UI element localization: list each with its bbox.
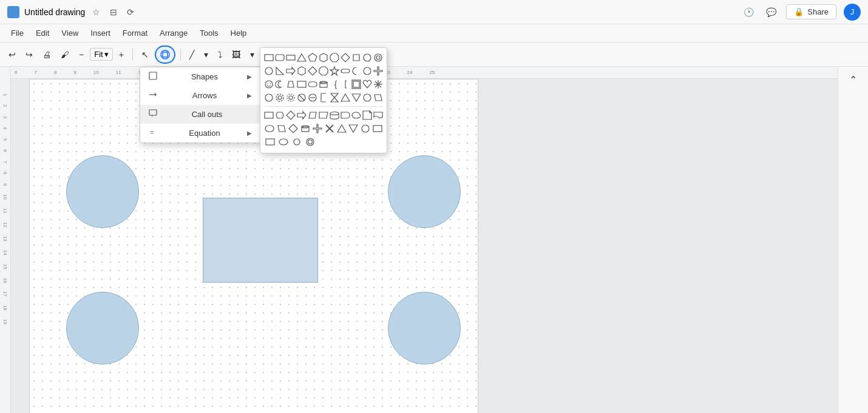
shape-diamond[interactable] xyxy=(341,52,350,64)
shape-hexagon[interactable] xyxy=(319,52,328,64)
undo-button[interactable]: ↩ xyxy=(5,47,19,62)
shape-rectangle[interactable] xyxy=(264,52,274,64)
shape-trapezoid[interactable] xyxy=(286,78,296,90)
image-button[interactable]: 🖼 xyxy=(228,47,244,62)
shape-right-arrow-shape[interactable] xyxy=(286,65,296,77)
menu-item-shapes[interactable]: Shapes ▶ xyxy=(140,67,260,86)
shape-flowchart-note[interactable] xyxy=(362,109,372,121)
menu-tools[interactable]: Tools xyxy=(194,26,224,40)
shape-hourglass[interactable] xyxy=(330,92,339,104)
shape-forbidden[interactable] xyxy=(308,92,317,104)
shape-smiley[interactable] xyxy=(264,78,274,90)
shape-down-triangle[interactable] xyxy=(351,92,361,104)
zoom-out-button[interactable]: − xyxy=(75,47,87,62)
shape-flowchart-arrow[interactable] xyxy=(297,109,307,121)
menu-insert[interactable]: Insert xyxy=(84,26,117,40)
paint-format-button[interactable]: 🖌 xyxy=(57,47,73,62)
comments-button[interactable]: 💬 xyxy=(764,6,779,18)
move-to-drive-button[interactable]: ⊟ xyxy=(107,6,120,18)
shape-circle-smile[interactable] xyxy=(264,92,274,104)
shape-circle-bottomleft[interactable] xyxy=(66,292,139,364)
shape-rect3[interactable] xyxy=(372,123,383,135)
shape-square-bracket2[interactable] xyxy=(319,92,328,104)
shape-flowchart-decision[interactable] xyxy=(286,109,296,121)
menu-help[interactable]: Help xyxy=(225,26,253,40)
shape-heart[interactable] xyxy=(362,78,372,90)
shape-circle-topright[interactable] xyxy=(388,155,461,228)
redo-button[interactable]: ↪ xyxy=(22,47,36,62)
shape-octagon2[interactable] xyxy=(319,65,328,77)
shape-terminal[interactable] xyxy=(264,123,275,135)
connector-button[interactable]: ⤵ xyxy=(214,47,226,62)
user-avatar[interactable]: J xyxy=(844,4,861,21)
shape-circle4[interactable] xyxy=(362,92,372,104)
shape-x-mark[interactable] xyxy=(324,123,335,135)
shape-flowchart-disk[interactable] xyxy=(330,109,339,121)
shape-cylinder2[interactable] xyxy=(300,123,311,135)
shape-up-triangle[interactable] xyxy=(341,92,350,104)
menu-arrange[interactable]: Arrange xyxy=(154,26,194,40)
shape-circle[interactable] xyxy=(362,52,372,64)
shape-parallelogram[interactable] xyxy=(351,52,361,64)
shape-parallelogram2[interactable] xyxy=(373,92,383,104)
shape-rect-plain[interactable] xyxy=(297,78,307,90)
shape-flowchart-data[interactable] xyxy=(308,109,317,121)
line-button[interactable]: ╱ xyxy=(186,47,198,62)
shape-triangle-down[interactable] xyxy=(348,123,359,135)
shape-brace[interactable] xyxy=(330,78,339,90)
menu-view[interactable]: View xyxy=(55,26,84,40)
shape-plus[interactable] xyxy=(312,123,323,135)
shape-gear2[interactable] xyxy=(286,92,296,104)
shape-flowchart-connector[interactable] xyxy=(351,109,361,121)
menu-format[interactable]: Format xyxy=(117,26,154,40)
shape-rect4[interactable] xyxy=(264,136,276,148)
menu-edit[interactable]: Edit xyxy=(30,26,55,40)
menu-item-equation[interactable]: = Equation ▶ xyxy=(140,124,260,143)
shape-ellipse[interactable] xyxy=(277,136,290,148)
shape-rounded-rect[interactable] xyxy=(275,52,285,64)
shape-diamond2[interactable] xyxy=(308,65,317,77)
menu-file[interactable]: File xyxy=(5,26,30,40)
shape-bracket[interactable] xyxy=(341,78,350,90)
notifications-button[interactable]: 🕐 xyxy=(741,6,756,18)
shape-circle6[interactable] xyxy=(291,136,303,148)
shape-flowchart-manual[interactable] xyxy=(319,109,328,121)
shapes-button[interactable] xyxy=(155,45,175,64)
shape-frame[interactable] xyxy=(351,78,361,90)
panel-collapse-button[interactable]: ⌃ xyxy=(846,72,861,88)
zoom-control[interactable]: Fit ▾ xyxy=(90,48,112,61)
shape-moon[interactable] xyxy=(275,78,285,90)
shape-triangle[interactable] xyxy=(297,52,307,64)
shape-cylinder[interactable] xyxy=(319,78,328,90)
shape-hexagon2[interactable] xyxy=(297,65,307,77)
shape-circle-topleft[interactable] xyxy=(66,155,139,228)
shape-pentagon[interactable] xyxy=(308,52,317,64)
menu-item-callouts[interactable]: Call outs xyxy=(140,105,260,124)
shape-star[interactable] xyxy=(330,65,339,77)
shape-flowchart-process[interactable] xyxy=(264,109,274,121)
shape-rect2[interactable] xyxy=(286,52,296,64)
shape-triangle2[interactable] xyxy=(336,123,347,135)
line-dropdown-button[interactable]: ▾ xyxy=(200,47,212,62)
shape-diamond3[interactable] xyxy=(288,123,299,135)
share-button[interactable]: 🔒 Share xyxy=(786,4,836,19)
image-dropdown-button[interactable]: ▾ xyxy=(246,47,258,62)
shape-gear[interactable] xyxy=(275,92,285,104)
shape-rect-center[interactable] xyxy=(203,198,318,283)
shape-snowflake[interactable] xyxy=(373,78,383,90)
shape-no-entry[interactable] xyxy=(297,92,307,104)
shape-octagon[interactable] xyxy=(330,52,339,64)
shape-flowchart-alt[interactable] xyxy=(275,109,285,121)
shape-ring[interactable] xyxy=(373,52,383,64)
shape-stadium[interactable] xyxy=(308,78,317,90)
shape-cross-plus[interactable] xyxy=(373,65,383,77)
zoom-in-button[interactable]: + xyxy=(115,47,127,62)
shape-ring2[interactable] xyxy=(304,136,316,148)
canvas-area[interactable]: 6 7 8 9 10 11 12 13 14 15 16 17 18 19 20… xyxy=(11,67,838,413)
shape-rounded-rect2[interactable] xyxy=(341,65,350,77)
print-button[interactable]: 🖨 xyxy=(39,47,55,62)
shape-circle5[interactable] xyxy=(360,123,371,135)
shape-parallelogram3[interactable] xyxy=(276,123,287,135)
shape-circle2[interactable] xyxy=(264,65,274,77)
menu-item-arrows[interactable]: Arrows ▶ xyxy=(140,86,260,105)
